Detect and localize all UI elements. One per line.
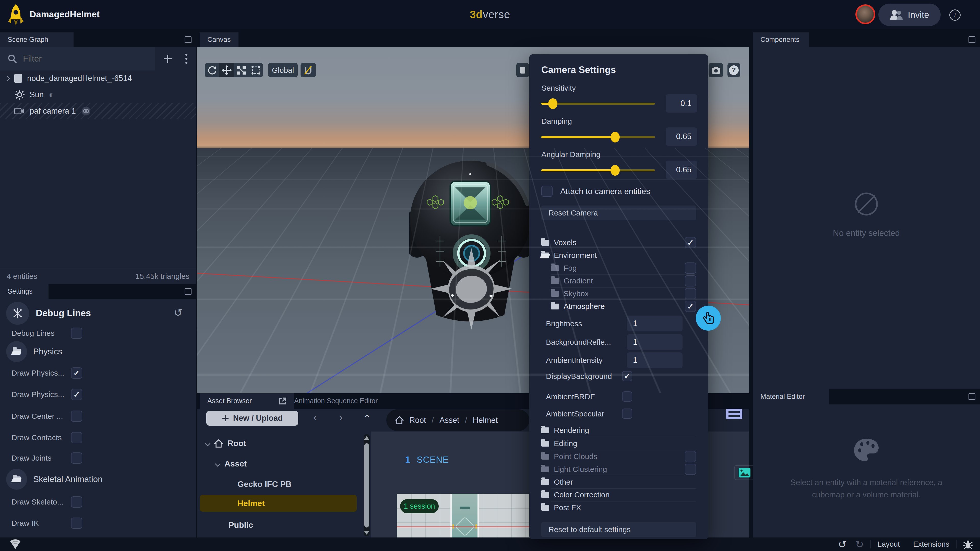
tree-row-fog[interactable]: Fog: [551, 262, 696, 274]
group-other[interactable]: Other: [541, 476, 696, 489]
skeletal-animation-group[interactable]: Skeletal Animation: [6, 468, 103, 491]
redo-button[interactable]: ↻: [855, 538, 864, 550]
tree-row-sun[interactable]: Sun ◐: [0, 87, 196, 102]
group-color-correction[interactable]: Color Correction: [541, 489, 696, 501]
undo-button[interactable]: ↻: [838, 538, 847, 550]
tree-row-atmosphere[interactable]: Atmosphere: [551, 300, 696, 313]
display-background-checkbox[interactable]: [622, 371, 632, 381]
home-icon[interactable]: [395, 416, 404, 425]
physics-group[interactable]: Physics: [6, 340, 62, 363]
list-view-button[interactable]: [726, 409, 742, 419]
tree-row-environment[interactable]: Environment: [541, 249, 696, 262]
panel-dock-icon[interactable]: [185, 288, 191, 295]
atmosphere-checkbox[interactable]: [685, 301, 696, 312]
checkbox-draw-physics-1[interactable]: [71, 368, 82, 379]
reset-camera-button[interactable]: Reset Camera: [541, 205, 696, 220]
sun-gizmo[interactable]: [428, 245, 515, 332]
attach-camera-checkbox[interactable]: [541, 186, 552, 197]
tab-material-editor[interactable]: Material Editor: [753, 389, 829, 404]
help-button[interactable]: ?: [727, 63, 740, 77]
chevron-down-icon[interactable]: [205, 440, 211, 446]
move-tool-button[interactable]: [220, 63, 234, 77]
asset-tree-gecko[interactable]: Gecko IFC PB: [237, 479, 291, 489]
info-icon[interactable]: i: [949, 10, 961, 21]
group-rendering[interactable]: Rendering: [541, 424, 696, 437]
ambient-specular-checkbox[interactable]: [622, 409, 632, 419]
group-point-clouds[interactable]: Point Clouds: [541, 450, 696, 463]
snap-toggle-button[interactable]: [301, 63, 316, 77]
add-entity-button[interactable]: [158, 47, 177, 70]
sensitivity-value[interactable]: 0.1: [666, 94, 697, 113]
checkbox-draw-contacts[interactable]: [71, 432, 82, 443]
checkbox-debug-lines[interactable]: [71, 328, 82, 339]
tab-asset-browser[interactable]: Asset Browser: [200, 393, 271, 409]
tab-components[interactable]: Components: [753, 32, 809, 47]
avatar[interactable]: [855, 4, 875, 24]
tree-row-camera[interactable]: paf camera 1: [0, 103, 196, 119]
checkbox-draw-ik[interactable]: [71, 518, 82, 529]
new-upload-button[interactable]: New / Upload: [206, 411, 298, 426]
panel-dock-icon[interactable]: [969, 393, 975, 400]
connection-icon[interactable]: [10, 539, 21, 549]
reset-section-icon[interactable]: ↻: [173, 306, 183, 319]
tree-row-helmet-node[interactable]: node_damagedHelmet_-6514: [0, 70, 196, 86]
filter-input[interactable]: [23, 54, 135, 64]
checkbox-draw-physics-2[interactable]: [71, 389, 82, 400]
breadcrumb-helmet[interactable]: Helmet: [473, 416, 498, 425]
ambient-intensity-input[interactable]: 1: [627, 352, 682, 368]
invite-button[interactable]: Invite: [878, 3, 941, 26]
background-reflection-input[interactable]: 1: [627, 334, 682, 350]
half-intensity-icon[interactable]: ◐: [49, 90, 54, 100]
asset-tree-asset[interactable]: Asset: [216, 459, 247, 468]
light-clustering-checkbox[interactable]: [685, 464, 696, 475]
voxels-checkbox[interactable]: [685, 237, 696, 248]
visibility-icon[interactable]: [81, 106, 91, 116]
global-space-button[interactable]: Global: [268, 63, 298, 77]
reset-defaults-button[interactable]: Reset to default settings: [541, 522, 696, 537]
tree-row-gradient[interactable]: Gradient: [551, 274, 696, 287]
checkbox-draw-joints[interactable]: [71, 452, 82, 464]
breadcrumb-root[interactable]: Root: [409, 416, 426, 425]
scene-graph-menu-button[interactable]: [179, 47, 194, 70]
debug-lines-header[interactable]: Debug Lines: [6, 302, 91, 325]
tab-canvas[interactable]: Canvas: [200, 32, 239, 47]
viewport-option-button[interactable]: [516, 63, 529, 77]
angular-damping-value[interactable]: 0.65: [666, 161, 697, 179]
nav-forward-button[interactable]: ›: [339, 411, 343, 424]
breadcrumb-asset[interactable]: Asset: [439, 416, 459, 425]
brightness-input[interactable]: 1: [627, 315, 682, 331]
chevron-right-icon[interactable]: [4, 75, 10, 81]
filter-box[interactable]: [0, 47, 155, 70]
checkbox-draw-skeleton[interactable]: [71, 496, 82, 508]
damping-value[interactable]: 0.65: [666, 127, 697, 146]
chevron-down-icon[interactable]: [215, 461, 221, 467]
asset-tree-root[interactable]: Root: [205, 439, 246, 448]
rotate-tool-button[interactable]: [205, 63, 220, 77]
panel-dock-icon[interactable]: [969, 36, 975, 43]
point-clouds-checkbox[interactable]: [685, 451, 696, 462]
transform-box-tool-button[interactable]: [248, 63, 263, 77]
extensions-button[interactable]: Extensions: [913, 540, 949, 548]
group-editing[interactable]: Editing: [541, 437, 696, 450]
nav-up-button[interactable]: ⌃: [363, 413, 371, 424]
skybox-checkbox[interactable]: [685, 288, 696, 299]
group-post-fx[interactable]: Post FX: [541, 501, 696, 514]
panel-dock-icon[interactable]: [185, 36, 191, 43]
tree-row-voxels[interactable]: Voxels: [541, 236, 696, 249]
scale-tool-button[interactable]: [234, 63, 248, 77]
angular-damping-slider[interactable]: [541, 169, 655, 171]
bug-report-icon[interactable]: [963, 540, 973, 549]
ambient-brdf-checkbox[interactable]: [622, 392, 632, 401]
nav-back-button[interactable]: ‹: [313, 411, 317, 424]
group-light-clustering[interactable]: Light Clustering: [541, 463, 696, 476]
scene-card[interactable]: 1 session: [397, 494, 530, 537]
tab-settings[interactable]: Settings: [0, 284, 49, 299]
gradient-checkbox[interactable]: [685, 275, 696, 287]
tab-animation-sequence-editor[interactable]: Animation Sequence Editor: [286, 393, 385, 409]
asset-tree-helmet-selected[interactable]: Helmet: [200, 495, 357, 512]
sensitivity-slider[interactable]: [541, 103, 655, 105]
fog-checkbox[interactable]: [685, 263, 696, 274]
screenshot-button[interactable]: [709, 63, 723, 77]
tab-scene-graph[interactable]: Scene Graph: [0, 32, 73, 47]
checkbox-draw-center[interactable]: [71, 411, 82, 422]
